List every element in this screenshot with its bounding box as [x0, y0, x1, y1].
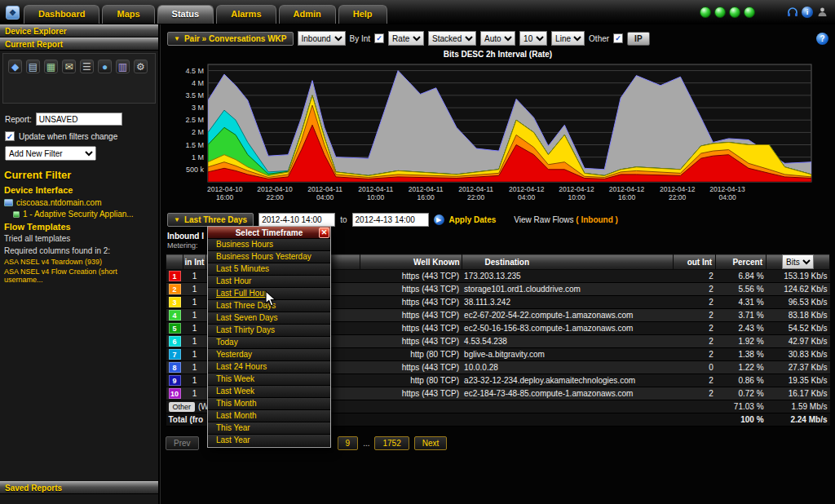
percent-column-header[interactable]: Percent	[716, 254, 767, 270]
status-orb-icon[interactable]	[700, 7, 711, 18]
report-type-button[interactable]: ▼ Pair » Conversations WKP	[167, 32, 294, 46]
timeframe-option-last-thirty-days[interactable]: Last Thirty Days	[208, 325, 330, 337]
status-orb-icon[interactable]	[714, 7, 726, 18]
report-name-input[interactable]	[36, 113, 122, 126]
close-icon[interactable]: ✕	[319, 228, 329, 238]
well-known-cell[interactable]: https (443 TCP)	[360, 335, 462, 348]
ip-button[interactable]: IP	[627, 32, 649, 46]
save-report-icon[interactable]: ▤	[26, 60, 40, 73]
timeframe-option-last-hour[interactable]: Last Hour	[208, 276, 330, 288]
nav-tab-maps[interactable]: Maps	[102, 5, 154, 24]
well-known-cell[interactable]: https (443 TCP)	[360, 270, 462, 283]
timeframe-option-last-month[interactable]: Last Month	[208, 410, 330, 422]
timeframe-option-last-seven-days[interactable]: Last Seven Days	[208, 312, 330, 325]
rate-total-select[interactable]: Rate	[388, 31, 424, 46]
nav-tab-alarms[interactable]: Alarms	[216, 5, 276, 24]
destination-cell[interactable]: 38.111.3.242	[462, 296, 674, 309]
well-known-cell[interactable]: http (80 TCP)	[360, 348, 462, 361]
template-link[interactable]: ASA NSEL v4 Teardown (939)	[0, 257, 158, 267]
update-filters-checkbox[interactable]: ✓	[5, 131, 15, 141]
apply-dates-link[interactable]: Apply Dates	[449, 215, 497, 224]
add-filter-select[interactable]: Add New Filter	[5, 146, 96, 161]
other-checkbox[interactable]: ✓	[613, 33, 623, 43]
by-int-checkbox[interactable]: ✓	[374, 33, 384, 43]
destination-cell[interactable]: bglive-a.bitgravity.com	[462, 348, 674, 361]
stacked-select[interactable]: Stacked	[428, 31, 476, 46]
well-known-column-header[interactable]: Well Known	[360, 254, 462, 270]
timeframe-option-today[interactable]: Today	[208, 337, 330, 349]
destination-cell[interactable]: 10.0.0.28	[462, 361, 674, 374]
destination-cell[interactable]: ec2-184-73-48-85.compute-1.amazonaws.com	[462, 387, 674, 400]
well-known-cell[interactable]: https (443 TCP)	[360, 387, 462, 400]
bits-cell: 27.37 Kb/s	[767, 361, 830, 374]
destination-cell[interactable]: 4.53.54.238	[462, 335, 674, 348]
next-page-button[interactable]: Next	[414, 436, 448, 450]
bits-unit-select[interactable]: Bits	[782, 254, 814, 269]
nav-tab-help[interactable]: Help	[338, 5, 387, 24]
settings-icon[interactable]: ⚙	[134, 60, 148, 73]
destination-cell[interactable]: a23-32-12-234.deploy.akamaitechnologies.…	[462, 374, 674, 387]
prev-page-button[interactable]: Prev	[166, 436, 199, 450]
current-report-header[interactable]: Current Report	[0, 38, 158, 51]
popup-titlebar[interactable]: Select Timeframe ✕	[208, 227, 330, 239]
device-item[interactable]: ciscoasa.ntdomain.com	[0, 196, 158, 208]
apply-dates-icon[interactable]: ▶	[434, 214, 444, 225]
start-date-input[interactable]	[258, 213, 335, 227]
status-orb-icon[interactable]	[744, 7, 755, 18]
bits-cell: 16.17 Kb/s	[767, 387, 830, 400]
timeframe-option-business-hours[interactable]: Business Hours	[208, 239, 330, 251]
device-explorer-header[interactable]: Device Explorer	[0, 24, 158, 38]
destination-cell[interactable]: ec2-50-16-156-83.compute-1.amazonaws.com	[462, 322, 674, 335]
page-number-button[interactable]: 9	[338, 436, 359, 450]
well-known-cell[interactable]: http (80 TCP)	[360, 374, 462, 387]
svg-text:2.5 M: 2.5 M	[185, 116, 204, 124]
email-icon[interactable]: ✉	[62, 60, 76, 73]
interface-item[interactable]: 1 - Adaptive Security Applian...	[0, 208, 158, 219]
nav-tab-dashboard[interactable]: Dashboard	[24, 5, 99, 24]
end-date-input[interactable]	[352, 213, 429, 227]
info-icon[interactable]: i	[802, 7, 813, 18]
in-int-column-header[interactable]: in Int	[183, 254, 206, 270]
graph-type-select[interactable]: Line	[551, 31, 585, 46]
well-known-cell[interactable]: https (443 TCP)	[360, 361, 462, 374]
database-icon[interactable]: ▥	[116, 60, 130, 73]
help-icon[interactable]: ?	[816, 33, 828, 45]
in-int-cell: 1	[183, 335, 206, 348]
destination-column-header[interactable]: Destination	[462, 254, 674, 270]
destination-cell[interactable]: ec2-67-202-54-22.compute-1.amazonaws.com	[462, 309, 674, 322]
nav-tab-status[interactable]: Status	[157, 5, 214, 24]
status-orb-icon[interactable]	[729, 7, 740, 18]
interval-select[interactable]: Auto	[480, 31, 515, 46]
timeframe-option-last-week[interactable]: Last Week	[208, 386, 330, 398]
timeframe-option-last-24-hours[interactable]: Last 24 Hours	[208, 361, 330, 374]
traffic-chart-container: 4.5 M4 M3.5 M3 M2.5 M2 M1.5 M1 M500 k201…	[170, 60, 835, 211]
view-raw-flows-link[interactable]: View Raw Flows ( Inbound )	[514, 215, 618, 224]
template-link[interactable]: ASA NSEL v4 Flow Creation (short usernam…	[0, 267, 158, 285]
timeframe-option-this-year[interactable]: This Year	[208, 422, 330, 435]
schedule-icon[interactable]: ●	[98, 60, 112, 73]
well-known-cell[interactable]: https (443 TCP)	[360, 296, 462, 309]
out-int-column-header[interactable]: out Int	[674, 254, 716, 270]
timeframe-option-yesterday[interactable]: Yesterday	[208, 349, 330, 361]
timeframe-option-last-5-minutes[interactable]: Last 5 Minutes	[208, 263, 330, 276]
last-page-button[interactable]: 1752	[374, 436, 409, 450]
timeframe-dropdown-button[interactable]: ▼ Last Three Days	[167, 213, 254, 227]
export-icon[interactable]: ▦	[44, 60, 58, 73]
new-report-icon[interactable]: ◆	[8, 60, 22, 73]
well-known-cell[interactable]: https (443 TCP)	[360, 309, 462, 322]
saved-reports-header[interactable]: Saved Reports	[0, 481, 158, 494]
direction-select[interactable]: Inbound	[298, 31, 346, 46]
top-n-select[interactable]: 10	[519, 31, 547, 46]
timeframe-option-last-year[interactable]: Last Year	[208, 435, 330, 447]
timeframe-option-this-month[interactable]: This Month	[208, 398, 330, 410]
headset-icon[interactable]	[786, 6, 798, 18]
printer-icon[interactable]: ☰	[80, 60, 94, 73]
nav-tab-admin[interactable]: Admin	[279, 5, 336, 24]
destination-cell[interactable]: storage101.ord1.clouddrive.com	[462, 283, 674, 296]
timeframe-option-this-week[interactable]: This Week	[208, 374, 330, 386]
timeframe-option-business-hours-yesterday[interactable]: Business Hours Yesterday	[208, 251, 330, 263]
user-icon[interactable]	[816, 6, 828, 18]
destination-cell[interactable]: 173.203.13.235	[462, 270, 674, 283]
well-known-cell[interactable]: https (443 TCP)	[360, 322, 462, 335]
well-known-cell[interactable]: https (443 TCP)	[360, 283, 462, 296]
